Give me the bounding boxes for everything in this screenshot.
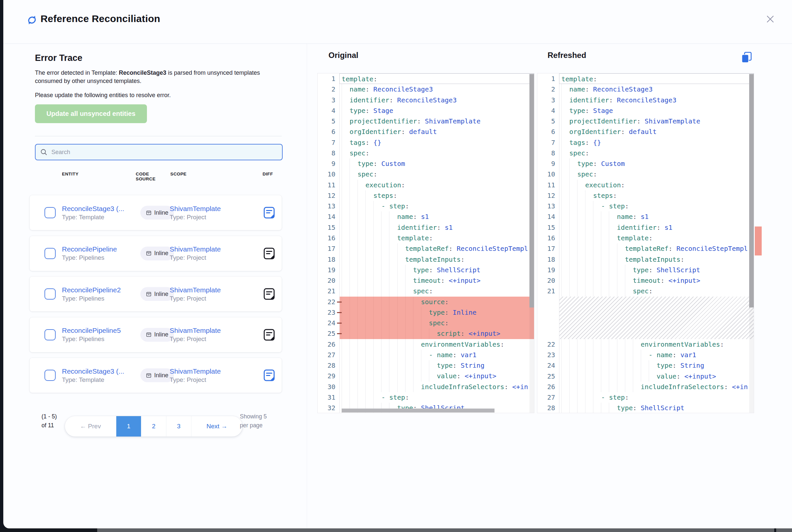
code-line: 1template: — [537, 73, 754, 84]
entity-cell: ReconcileStage3 (...Type: Template — [62, 358, 137, 393]
code-source-label: Inline — [154, 291, 168, 298]
search-box — [35, 144, 283, 160]
next-page-button[interactable]: Next → — [191, 416, 242, 437]
close-icon[interactable] — [764, 13, 777, 26]
diff-document-icon[interactable] — [262, 206, 276, 219]
code-source-label: Inline — [154, 250, 168, 257]
line-number: 4 — [318, 105, 339, 116]
row-checkbox[interactable] — [44, 329, 56, 340]
code-line: 2name: ReconcileStage3 — [537, 84, 754, 94]
code-line: 27- name: var1 — [318, 349, 534, 360]
scope-name-link[interactable]: ShivamTemplate — [170, 327, 249, 335]
line-number: 8 — [318, 148, 339, 158]
code-source-badge: Inline — [140, 328, 174, 342]
line-number: 31 — [318, 392, 339, 403]
code-line: 16template: — [318, 233, 534, 243]
prev-page-button[interactable]: ← Prev — [65, 416, 116, 437]
scope-name-link[interactable]: ShivamTemplate — [170, 286, 249, 294]
scope-type-label: Type: Project — [170, 295, 249, 302]
page-scrollbar-endcap[interactable] — [775, 528, 792, 532]
entity-type-label: Type: Pipelines — [62, 295, 137, 302]
code-line: 18templateInputs: — [537, 254, 754, 265]
next-label: Next — [206, 423, 219, 430]
entity-type-label: Type: Pipelines — [62, 254, 137, 261]
line-number: 9 — [537, 158, 559, 169]
entity-name-link[interactable]: ReconcilePipeline — [62, 245, 137, 253]
entity-name-link[interactable]: ReconcilePipeline2 — [62, 286, 137, 294]
refreshed-code-panel: 1template:2name: ReconcileStage33identif… — [537, 73, 754, 413]
inline-source-icon — [146, 250, 151, 256]
code-line: 6orgIdentifier: default — [318, 127, 534, 137]
code-line: 24type: String — [537, 360, 754, 371]
diff-document-icon[interactable] — [262, 287, 276, 301]
error-trace-description: The error detected in Template: Reconcil… — [35, 69, 262, 85]
error-trace-heading: Error Trace — [35, 53, 82, 63]
row-checkbox[interactable] — [44, 248, 56, 259]
row-checkbox[interactable] — [44, 207, 56, 218]
refreshed-code-lines: 1template:2name: ReconcileStage33identif… — [537, 73, 754, 413]
column-header-entity: ENTITY — [62, 172, 78, 176]
line-number: 27 — [318, 349, 339, 360]
scope-name-link[interactable]: ShivamTemplate — [170, 367, 249, 375]
code-line: 10spec: — [537, 169, 754, 179]
scope-cell: ShivamTemplateType: Project — [170, 317, 249, 352]
page-horizontal-scrollbar[interactable] — [0, 528, 792, 532]
entity-name-link[interactable]: ReconcileStage3 (... — [62, 205, 137, 213]
line-number: 5 — [537, 116, 559, 127]
code-line: 29value: <+input> — [318, 371, 534, 381]
entity-name-link[interactable]: ReconcileStage3 (... — [62, 367, 137, 375]
code-source-label: Inline — [154, 372, 168, 379]
code-source-badge: Inline — [140, 247, 174, 261]
original-horizontal-scrollbar-thumb[interactable] — [342, 408, 495, 413]
search-icon — [40, 149, 48, 156]
entity-type-label: Type: Pipelines — [62, 336, 137, 343]
line-number: 12 — [537, 190, 559, 201]
code-line: 23- name: var1 — [537, 349, 754, 360]
line-number: 28 — [537, 403, 559, 413]
inline-source-icon — [146, 332, 151, 338]
row-checkbox[interactable] — [44, 370, 56, 381]
line-number: 20 — [318, 275, 339, 286]
prev-arrow-icon: ← — [80, 423, 86, 430]
scope-name-link[interactable]: ShivamTemplate — [170, 245, 249, 253]
page-button-3[interactable]: 3 — [166, 416, 191, 437]
line-number: 16 — [537, 233, 559, 243]
diff-document-icon[interactable] — [262, 328, 276, 341]
line-number: 3 — [537, 95, 559, 105]
code-line: 31- step: — [318, 392, 534, 403]
code-line: 26environmentVariables: — [318, 339, 534, 349]
page-scrollbar-thumb[interactable] — [97, 528, 774, 532]
reference-reconciliation-dialog: Reference Reconciliation Error Trace The… — [3, 0, 792, 528]
line-number: 27 — [537, 392, 559, 403]
line-number: 11 — [318, 180, 339, 190]
code-line: 7tags: {} — [318, 137, 534, 148]
code-line: 2name: ReconcileStage3 — [318, 84, 534, 94]
copy-icon[interactable] — [740, 51, 753, 63]
code-line: 11execution: — [537, 180, 754, 190]
refreshed-vertical-scrollbar[interactable] — [749, 73, 754, 413]
column-header-scope: SCOPE — [170, 172, 186, 176]
inline-source-icon — [146, 373, 151, 378]
dialog-title: Reference Reconciliation — [40, 13, 160, 24]
row-checkbox[interactable] — [44, 288, 56, 300]
diff-document-icon[interactable] — [262, 247, 276, 260]
diff-document-icon[interactable] — [262, 369, 276, 382]
line-number: 15 — [318, 222, 339, 233]
line-number: 25 — [537, 371, 559, 382]
pagination-controls: ← Prev 1 2 3 Next → — [65, 416, 242, 437]
search-input[interactable] — [51, 149, 277, 156]
page-button-2[interactable]: 2 — [141, 416, 166, 437]
update-all-unsynced-entities-button[interactable]: Update all unsynced entities — [35, 104, 147, 123]
inline-source-icon — [146, 210, 151, 216]
entity-name-link[interactable]: ReconcilePipeline5 — [62, 327, 137, 335]
page-button-1[interactable]: 1 — [116, 416, 141, 437]
code-source-badge: Inline — [140, 206, 174, 220]
entity-type-label: Type: Template — [62, 376, 137, 383]
line-number: 12 — [318, 190, 339, 201]
original-vertical-scrollbar[interactable] — [530, 73, 534, 413]
original-horizontal-scrollbar[interactable] — [318, 408, 534, 413]
refreshed-vertical-scrollbar-thumb[interactable] — [749, 74, 754, 307]
line-number: 30 — [318, 382, 339, 392]
scope-name-link[interactable]: ShivamTemplate — [170, 205, 249, 213]
original-vertical-scrollbar-thumb[interactable] — [530, 74, 534, 307]
